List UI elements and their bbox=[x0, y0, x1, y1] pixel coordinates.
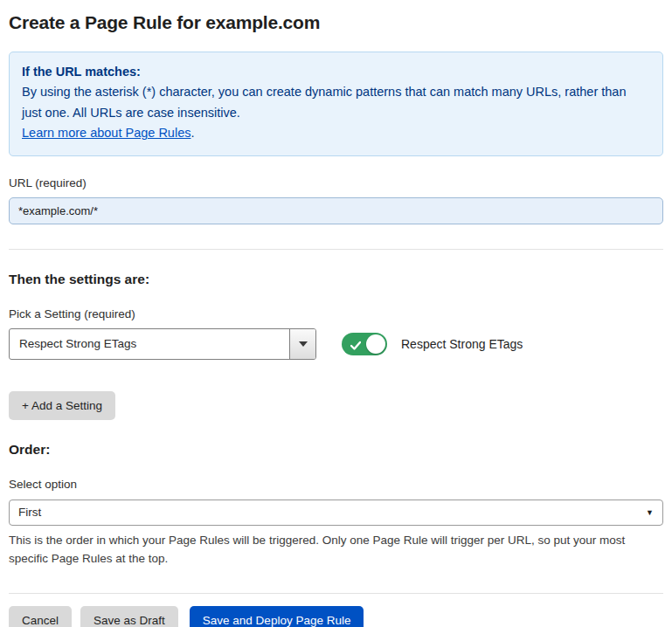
setting-row: Respect Strong ETags Respect Strong ETag… bbox=[9, 328, 663, 360]
pick-setting-label: Pick a Setting (required) bbox=[9, 307, 663, 320]
order-select[interactable]: First ▼ bbox=[9, 500, 663, 526]
page-title: Create a Page Rule for example.com bbox=[9, 12, 663, 33]
order-heading: Order: bbox=[9, 442, 663, 458]
toggle-knob[interactable] bbox=[366, 334, 385, 354]
section-divider bbox=[9, 249, 663, 250]
triangle-glyph bbox=[299, 341, 308, 347]
setting-toggle[interactable] bbox=[342, 333, 387, 355]
url-match-info-box: If the URL matches: By using the asteris… bbox=[9, 52, 663, 156]
setting-select-value: Respect Strong ETags bbox=[10, 337, 136, 350]
footer-actions: Cancel Save as Draft Save and Deploy Pag… bbox=[9, 606, 663, 627]
url-label: URL (required) bbox=[9, 176, 663, 189]
toggle-label: Respect Strong ETags bbox=[401, 337, 523, 351]
footer-divider bbox=[9, 593, 663, 594]
link-suffix: . bbox=[191, 126, 194, 140]
info-box-body: By using the asterisk (*) character, you… bbox=[22, 82, 634, 123]
save-draft-button[interactable]: Save as Draft bbox=[80, 606, 178, 627]
save-deploy-button[interactable]: Save and Deploy Page Rule bbox=[190, 606, 364, 627]
cancel-button[interactable]: Cancel bbox=[9, 606, 72, 627]
setting-select[interactable]: Respect Strong ETags bbox=[9, 328, 316, 360]
order-select-value: First bbox=[18, 506, 41, 519]
order-help-text: This is the order in which your Page Rul… bbox=[9, 532, 660, 568]
setting-toggle-group: Respect Strong ETags bbox=[342, 333, 523, 355]
info-box-heading: If the URL matches: bbox=[22, 62, 650, 82]
url-input[interactable] bbox=[9, 197, 663, 224]
settings-heading: Then the settings are: bbox=[9, 272, 663, 287]
info-box-link-row: Learn more about Page Rules. bbox=[22, 123, 650, 143]
order-label: Select option bbox=[9, 478, 663, 491]
add-setting-button[interactable]: + Add a Setting bbox=[9, 391, 115, 420]
chevron-down-icon[interactable] bbox=[289, 329, 315, 359]
chevron-down-icon: ▼ bbox=[646, 508, 654, 517]
check-icon bbox=[350, 339, 361, 349]
page-rule-form: Create a Page Rule for example.com If th… bbox=[0, 0, 672, 627]
learn-more-link[interactable]: Learn more about Page Rules bbox=[22, 126, 191, 140]
